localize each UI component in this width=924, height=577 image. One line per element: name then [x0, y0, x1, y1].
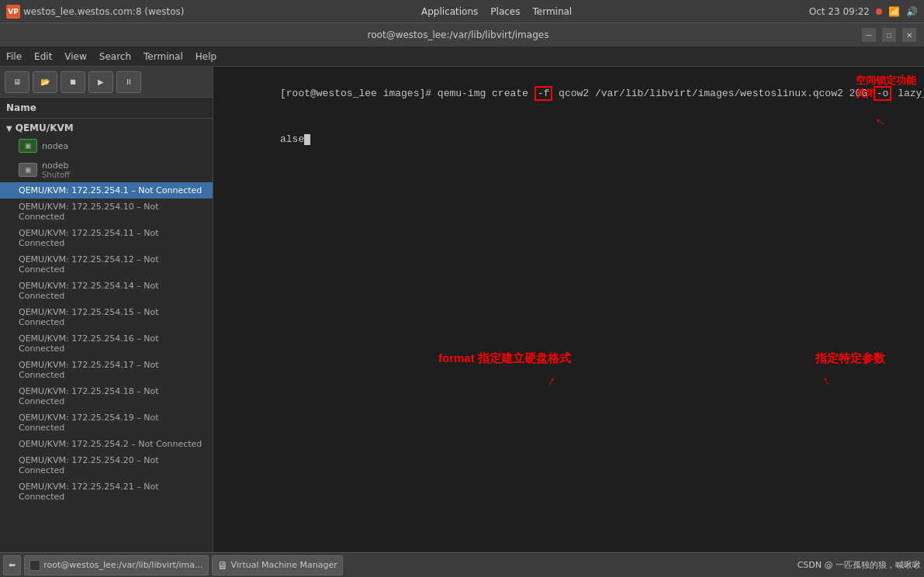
group-name: QEMU/KVM [16, 123, 74, 133]
sidebar-item-nc-2[interactable]: QEMU/KVM: 172.25.254.10 – Not Connected [0, 199, 213, 225]
sidebar: 🖥 📂 ⏹ ▶ ⏸ Name [0, 67, 213, 552]
taskbar-arrow-btn[interactable]: ⬅ [3, 555, 21, 575]
vm-screen-icon-b: ▣ [25, 166, 32, 174]
sidebar-group-qemu-header[interactable]: ▼ QEMU/KVM [0, 120, 213, 136]
nc-vm-name-9: QEMU/KVM: 172.25.254.18 – Not Connected [19, 386, 206, 406]
datetime: Oct 23 09:22 [809, 6, 870, 17]
cmd-cont: alse [280, 133, 304, 145]
terminal-content: [root@westos_lee images]# qemu-img creat… [213, 67, 924, 552]
terminal-icon [29, 560, 40, 571]
terminal-area[interactable]: [root@westos_lee images]# qemu-img creat… [213, 67, 924, 552]
os-topbar-menu: Applications Places Terminal [421, 6, 572, 17]
sidebar-list[interactable]: ▼ QEMU/KVM ▣ nodea [0, 119, 213, 552]
toolbar-new-btn[interactable]: 🖥 [5, 71, 29, 93]
os-topbar-title: westos_lee.westos.com:8 (westos) [23, 6, 184, 17]
toolbar-stop-btn[interactable]: ⏹ [61, 71, 85, 93]
arrow-icon: ▼ [6, 124, 12, 133]
sidebar-item-nc-8[interactable]: QEMU/KVM: 172.25.254.17 – Not Connected [0, 357, 213, 383]
window-title: root@westos_lee:/var/lib/libvirt/images [54, 29, 862, 40]
vm-name-nodeb: nodeb [42, 161, 70, 171]
nc-vm-name-11: QEMU/KVM: 172.25.254.2 – Not Connected [19, 439, 202, 449]
restore-button[interactable]: □ [882, 28, 896, 42]
menu-help[interactable]: Help [196, 51, 216, 62]
sidebar-group-qemu: ▼ QEMU/KVM ▣ nodea [0, 119, 213, 157]
status-dot [876, 9, 882, 15]
nc-vm-name-4: QEMU/KVM: 172.25.254.12 – Not Connected [19, 254, 206, 275]
sidebar-item-nc-4[interactable]: QEMU/KVM: 172.25.254.12 – Not Connected [0, 251, 213, 278]
pause-icon: ⏸ [125, 78, 133, 86]
sidebar-item-nc-10[interactable]: QEMU/KVM: 172.25.254.19 – Not Connected [0, 409, 213, 436]
arrow-icon-tb: ⬅ [9, 560, 16, 570]
os-topbar-right: Oct 23 09:22 📶 🔊 [809, 6, 918, 17]
nc-vm-name-13: QEMU/KVM: 172.25.254.21 – Not Connected [19, 482, 206, 502]
cursor [304, 134, 310, 145]
os-topbar: VP westos_lee.westos.com:8 (westos) Appl… [0, 0, 924, 23]
toolbar-pause-btn[interactable]: ⏸ [116, 71, 141, 93]
stop-icon: ⏹ [69, 78, 77, 86]
flag-o: -o [874, 86, 892, 101]
arrow-bottom-left: → [542, 374, 560, 389]
vm-name-nodea: nodea [42, 141, 68, 151]
sidebar-item-nc-1[interactable]: QEMU/KVM: 172.25.254.1 – Not Connected [0, 182, 213, 199]
nc-vm-name-12: QEMU/KVM: 172.25.254.20 – Not Connected [19, 455, 206, 475]
taskbar-vm-btn[interactable]: 🖥 Virtual Machine Manager [212, 555, 343, 575]
taskbar-right-text: CSDN @ 一匹孤独的狼，喊啾啾 [798, 560, 921, 570]
nc-vm-name-6: QEMU/KVM: 172.25.254.15 – Not Connected [19, 307, 206, 327]
sidebar-item-nc-3[interactable]: QEMU/KVM: 172.25.254.11 – Not Connected [0, 225, 213, 251]
new-icon: 🖥 [13, 78, 21, 86]
vp-logo: VP [6, 5, 20, 19]
sidebar-item-nc-13[interactable]: QEMU/KVM: 172.25.254.21 – Not Connected [0, 479, 213, 505]
taskbar-terminal-label: root@westos_lee:/var/lib/libvirt/ima... [43, 560, 202, 570]
sidebar-item-nodea[interactable]: ▣ nodea [0, 136, 213, 156]
sidebar-item-nc-7[interactable]: QEMU/KVM: 172.25.254.16 – Not Connected [0, 330, 213, 357]
nc-vm-name-7: QEMU/KVM: 172.25.254.16 – Not Connected [19, 333, 206, 354]
toolbar-open-btn[interactable]: 📂 [33, 71, 57, 93]
nc-vm-name-1: QEMU/KVM: 172.25.254.1 – Not Connected [19, 185, 202, 195]
prompt: [root@westos_lee images]# qemu-img creat… [280, 88, 535, 99]
nc-vm-name-3: QEMU/KVM: 172.25.254.11 – Not Connected [19, 228, 206, 248]
after-o: lazy_refcounts=f [891, 88, 924, 99]
vm-state-nodeb: Shutoff [42, 171, 70, 179]
open-icon: 📂 [40, 78, 50, 86]
sidebar-item-nc-12[interactable]: QEMU/KVM: 172.25.254.20 – Not Connected [0, 452, 213, 479]
close-button[interactable]: ✕ [902, 28, 916, 42]
sidebar-item-nc-9[interactable]: QEMU/KVM: 172.25.254.18 – Not Connected [0, 383, 213, 409]
menu-file[interactable]: File [6, 51, 22, 62]
toolbar-play-btn[interactable]: ▶ [88, 71, 113, 93]
taskbar-left: ⬅ root@westos_lee:/var/lib/libvirt/ima..… [3, 555, 343, 575]
menu-search[interactable]: Search [99, 51, 131, 62]
vm-status-nodeb: nodeb Shutoff [42, 161, 70, 179]
vm-status-nodea: nodea [42, 141, 68, 151]
taskbar-terminal-btn[interactable]: root@westos_lee:/var/lib/libvirt/ima... [24, 555, 208, 575]
main-content: 🖥 📂 ⏹ ▶ ⏸ Name [0, 67, 924, 552]
menu-view[interactable]: View [64, 51, 86, 62]
sidebar-toolbar: 🖥 📂 ⏹ ▶ ⏸ [0, 67, 213, 98]
sidebar-item-nc-5[interactable]: QEMU/KVM: 172.25.254.14 – Not Connected [0, 278, 213, 304]
nc-vm-name-8: QEMU/KVM: 172.25.254.17 – Not Connected [19, 360, 206, 380]
menu-edit[interactable]: Edit [34, 51, 52, 62]
nc-vm-name-10: QEMU/KVM: 172.25.254.19 – Not Connected [19, 413, 206, 433]
applications-menu[interactable]: Applications [421, 6, 478, 17]
taskbar-right: CSDN @ 一匹孤独的狼，喊啾啾 [798, 559, 921, 571]
annotation-label-format: format 指定建立硬盘格式 [438, 351, 571, 365]
annotation-label-param: 指定特定参数 [815, 351, 885, 365]
sidebar-header: Name [0, 98, 213, 119]
play-icon: ▶ [98, 78, 104, 86]
flag-f: -f [535, 86, 553, 101]
cmd-line: [root@westos_lee images]# qemu-img creat… [220, 73, 918, 116]
vm-icon-taskbar: 🖥 [217, 559, 228, 572]
annotation-bottom-right: 指定特定参数 [815, 351, 885, 366]
minimize-button[interactable]: ─ [862, 28, 876, 42]
sidebar-item-nodeb[interactable]: ▣ nodeb Shutoff [0, 157, 213, 182]
arrow-bottom-right: → [818, 374, 836, 389]
vm-icon-nodea: ▣ [19, 139, 37, 153]
terminal-menu-os[interactable]: Terminal [532, 6, 572, 17]
vm-icon-nodeb: ▣ [19, 163, 37, 177]
nc-vm-name-2: QEMU/KVM: 172.25.254.10 – Not Connected [19, 202, 206, 222]
taskbar-vm-label: Virtual Machine Manager [231, 560, 337, 570]
menu-terminal[interactable]: Terminal [144, 51, 183, 62]
places-menu[interactable]: Places [490, 6, 520, 17]
annotation-bottom-left: format 指定建立硬盘格式 [438, 351, 571, 366]
sidebar-item-nc-6[interactable]: QEMU/KVM: 172.25.254.15 – Not Connected [0, 304, 213, 330]
sidebar-item-nc-11[interactable]: QEMU/KVM: 172.25.254.2 – Not Connected [0, 436, 213, 452]
